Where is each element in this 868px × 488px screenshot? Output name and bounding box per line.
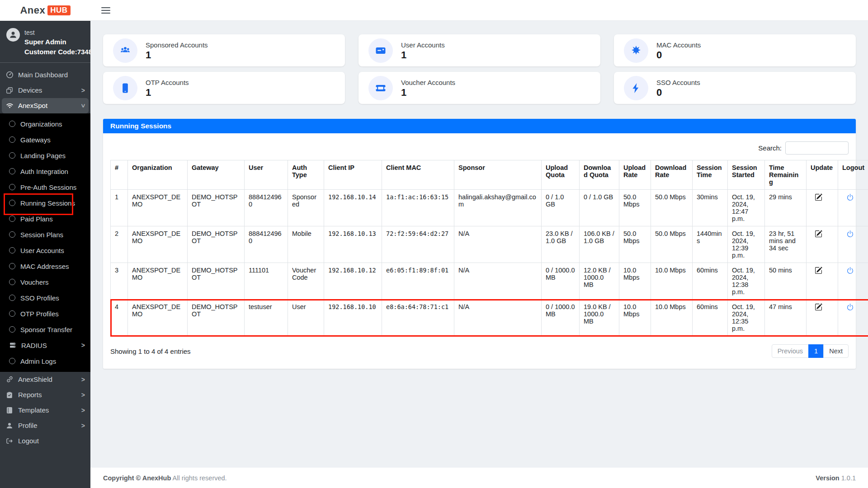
update-icon[interactable] <box>815 267 822 274</box>
session-logout-icon[interactable] <box>846 230 854 238</box>
brand-logo[interactable]: Anex HUB <box>0 0 90 21</box>
avatar-icon <box>6 28 20 42</box>
sidebar-item-devices[interactable]: Devices > <box>0 83 90 98</box>
col-header[interactable]: Upload Rate <box>619 160 651 190</box>
pagination-next-button[interactable]: Next <box>823 344 849 358</box>
cell-session-started: Oct. 19, 2024, 12:38 p.m. <box>728 263 765 300</box>
col-header[interactable]: Client IP <box>324 160 382 190</box>
chevron-right-icon: > <box>81 376 85 383</box>
sidebar-item-admin-logs[interactable]: Admin Logs <box>0 353 90 369</box>
circle-icon <box>9 310 15 317</box>
col-header[interactable]: Organization <box>128 160 188 190</box>
cell-time-remaining: 29 mins <box>765 190 807 226</box>
sidebar-item-vouchers[interactable]: Vouchers <box>0 274 90 290</box>
col-header[interactable]: Auth Type <box>288 160 324 190</box>
sidebar-item-running-sessions[interactable]: Running Sessions <box>0 195 90 211</box>
sidebar-item-sso-profiles[interactable]: SSO Profiles <box>0 290 90 306</box>
cell-index: 2 <box>111 226 128 263</box>
sidebar-item-auth-integration[interactable]: Auth Integration <box>0 164 90 179</box>
pagination-previous-button[interactable]: Previous <box>772 344 809 358</box>
cell-client-ip: 192.168.10.14 <box>324 190 382 226</box>
sidebar-item-user-accounts[interactable]: User Accounts <box>0 243 90 258</box>
update-icon[interactable] <box>815 230 822 238</box>
sidebar-item-label: MAC Addresses <box>20 263 69 270</box>
sidebar-item-session-plans[interactable]: Session Plans <box>0 227 90 243</box>
cell-session-time: 1440mins <box>693 226 728 263</box>
sidebar-item-gateways[interactable]: Gateways <box>0 132 90 148</box>
col-header[interactable]: Session Time <box>693 160 728 190</box>
app-root: Anex HUB test Super Admin Customer Code:… <box>0 0 868 488</box>
sidebar-item-label: Gateways <box>20 136 51 144</box>
session-logout-icon[interactable] <box>846 193 854 201</box>
stat-cards: Sponsored Accounts1 User Accounts1 MAC A… <box>103 34 856 104</box>
col-header[interactable]: User <box>245 160 288 190</box>
session-logout-icon[interactable] <box>846 303 854 311</box>
search-input[interactable] <box>785 141 849 155</box>
anexshield-link-icon <box>5 375 14 384</box>
card-label: SSO Accounts <box>656 79 700 86</box>
sidebar-item-main-dashboard[interactable]: Main Dashboard <box>0 67 90 83</box>
hamburger-menu-icon[interactable] <box>101 5 110 15</box>
sidebar-item-organizations[interactable]: Organizations <box>0 116 90 132</box>
circle-icon <box>9 152 15 159</box>
sidebar-item-mac-addresses[interactable]: MAC Addresses <box>0 258 90 274</box>
col-header[interactable]: Sponsor <box>454 160 542 190</box>
circle-icon <box>9 247 15 253</box>
chevron-down-icon: > <box>80 104 87 108</box>
sidebar-item-logout[interactable]: Logout <box>0 433 90 449</box>
sidebar-item-anexspot[interactable]: AnexSpot > <box>2 98 89 113</box>
search-label: Search: <box>758 144 782 152</box>
col-header[interactable]: # <box>111 160 128 190</box>
update-icon[interactable] <box>815 193 822 201</box>
sidebar-item-paid-plans[interactable]: Paid Plans <box>0 211 90 227</box>
cell-client-mac: e8:6a:64:78:71:c1 <box>382 300 454 336</box>
running-sessions-panel: Running Sessions Search: # Orga <box>103 119 856 369</box>
sidebar-item-reports[interactable]: Reports > <box>0 387 90 403</box>
sidebar-item-pre-auth-sessions[interactable]: Pre-Auth Sessions <box>0 179 90 195</box>
sidebar-item-sponsor-transfer[interactable]: Sponsor Transfer <box>0 322 90 338</box>
chevron-right-icon: > <box>81 342 85 349</box>
cell-user: testuser <box>245 300 288 336</box>
sidebar-item-landing-pages[interactable]: Landing Pages <box>0 148 90 164</box>
card-label: MAC Accounts <box>656 41 701 49</box>
sidebar-item-radius[interactable]: RADIUS> <box>0 338 90 353</box>
pagination: Previous 1 Next <box>772 344 849 358</box>
cell-organization: ANEXSPOT_DEMO <box>128 190 188 226</box>
sidebar-item-label: Profile <box>18 422 38 429</box>
sidebar-item-templates[interactable]: Templates > <box>0 403 90 418</box>
card-label: Voucher Accounts <box>401 79 455 86</box>
cell-download-rate: 50.0 Mbps <box>651 190 693 226</box>
cell-auth-type: Voucher Code <box>288 263 324 300</box>
col-header[interactable]: Session Started <box>728 160 765 190</box>
circle-icon <box>9 200 15 206</box>
cell-upload-quota: 0 / 1000.0 MB <box>542 263 580 300</box>
copyright-text: Copyright © AnexHub All rights reserved. <box>103 474 227 482</box>
user-customer-code: Customer Code:734883 <box>24 47 90 57</box>
circle-icon <box>9 295 15 301</box>
col-header[interactable]: Client MAC <box>382 160 454 190</box>
cell-session-time: 60mins <box>693 263 728 300</box>
sidebar-item-profile[interactable]: Profile > <box>0 418 90 433</box>
server-icon <box>9 342 16 349</box>
cell-session-started: Oct. 19, 2024, 12:35 p.m. <box>728 300 765 336</box>
table-row: 3 ANEXSPOT_DEMO DEMO_HOTSPOT 111101 Vouc… <box>111 263 868 300</box>
col-header[interactable]: Upload Quota <box>542 160 580 190</box>
pagination-page-1-button[interactable]: 1 <box>808 344 824 358</box>
version-text: Version 1.0.1 <box>816 474 856 482</box>
cell-download-rate: 10.0 Mbps <box>651 300 693 336</box>
card-label: OTP Accounts <box>146 79 189 86</box>
col-header[interactable]: Download Rate <box>651 160 693 190</box>
card-value: 0 <box>656 88 700 98</box>
col-header[interactable]: Time Remaining <box>765 160 807 190</box>
sidebar-item-otp-profiles[interactable]: OTP Profiles <box>0 306 90 322</box>
card-value: 0 <box>656 50 701 60</box>
update-icon[interactable] <box>815 303 822 311</box>
session-logout-icon[interactable] <box>846 267 854 274</box>
sidebar-item-label: Reports <box>18 391 42 399</box>
col-header[interactable]: Download Quota <box>580 160 619 190</box>
cell-download-quota: 19.0 KB / 1000.0 MB <box>580 300 619 336</box>
col-header[interactable]: Gateway <box>188 160 245 190</box>
sidebar-item-anexshield[interactable]: AnexShield > <box>0 372 90 387</box>
card-value: 1 <box>146 50 208 60</box>
sidebar-menu: Main Dashboard Devices > AnexSpot > Orga… <box>0 67 90 449</box>
